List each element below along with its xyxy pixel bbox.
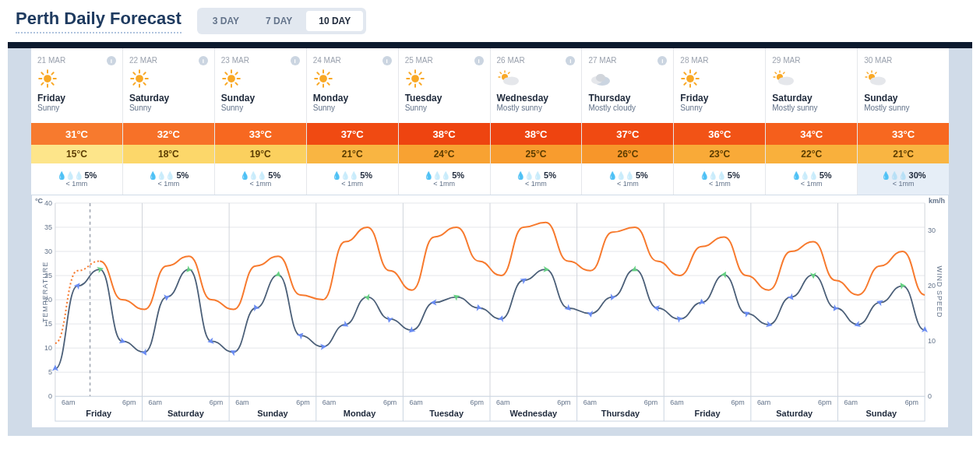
rain-chance: 💧💧💧5%< 1mm [123,163,214,195]
tab-10-day[interactable]: 10 DAY [306,11,363,31]
svg-text:6am: 6am [62,399,75,406]
svg-text:6pm: 6pm [731,399,744,406]
svg-point-36 [411,75,419,83]
sun-cloud-icon [864,68,943,90]
svg-text:20: 20 [928,282,936,290]
svg-line-8 [51,72,53,74]
rain-amount: < 1mm [801,180,823,188]
svg-line-6 [51,83,53,84]
day-column[interactable]: 21 MARiFridaySunny31°C15°C💧💧💧5%< 1mm [31,48,123,195]
svg-text:6am: 6am [844,399,858,406]
day-column[interactable]: 27 MARiThursdayMostly cloudy37°C26°C💧💧💧5… [582,48,674,195]
info-icon[interactable]: i [382,56,392,65]
low-temp: 21°C [858,145,949,163]
svg-text:6pm: 6pm [905,399,918,406]
svg-text:5: 5 [48,368,52,376]
forecast-chart: °C km/h TEMPERATURE WIND SPEED 051015202… [31,195,949,428]
svg-line-41 [409,72,411,74]
svg-line-61 [695,83,696,84]
svg-text:6pm: 6pm [644,399,657,406]
low-temp: 22°C [766,145,857,163]
day-header: 30 MARSundayMostly sunny [858,48,949,123]
page-title: Perth Daily Forecast [16,9,182,33]
svg-line-63 [695,72,696,74]
tab-7-day[interactable]: 7 DAY [253,11,305,31]
svg-text:Friday: Friday [86,409,112,418]
svg-text:6am: 6am [149,399,162,406]
svg-text:Saturday: Saturday [167,409,205,418]
svg-text:6pm: 6pm [296,399,309,406]
svg-line-33 [327,83,329,84]
svg-text:35: 35 [44,223,52,231]
sun-cloud-icon [772,68,851,90]
high-temp: 33°C [215,123,306,145]
raindrop-icon: 💧💧💧 [700,171,725,180]
sun-icon [129,68,208,90]
info-icon[interactable]: i [199,56,208,65]
svg-line-43 [409,83,411,84]
day-condition: Mostly sunny [772,104,851,112]
rain-chance: 💧💧💧30%< 1mm [858,163,949,195]
day-column[interactable]: 29 MARSaturdayMostly sunny34°C22°C💧💧💧5%<… [766,48,858,195]
raindrop-icon: 💧💧💧 [608,171,633,180]
tab-3-day[interactable]: 3 DAY [200,11,252,31]
day-column[interactable]: 24 MARiMondaySunny37°C21°C💧💧💧5%< 1mm [307,48,399,195]
low-temp: 15°C [31,145,122,163]
day-name: Thursday [588,93,667,104]
rain-amount: < 1mm [157,180,179,188]
svg-text:Friday: Friday [695,409,721,418]
low-temp: 21°C [307,145,398,163]
cloud-icon [588,68,667,90]
info-icon[interactable]: i [291,56,300,65]
day-condition: Sunny [680,104,759,112]
rain-amount: < 1mm [709,180,731,188]
high-temp: 37°C [582,123,673,145]
info-icon[interactable]: i [474,56,484,65]
svg-text:6am: 6am [323,399,336,406]
svg-line-74 [867,72,869,74]
day-column[interactable]: 30 MARSundayMostly sunny33°C21°C💧💧💧30%< … [858,48,949,195]
svg-line-26 [235,72,237,74]
day-header: 24 MARiMondaySunny [307,48,398,123]
raindrop-icon: 💧💧💧 [516,171,541,180]
svg-text:6pm: 6pm [210,399,223,406]
info-icon[interactable]: i [107,56,116,65]
day-column[interactable]: 26 MARiWednesdayMostly sunny38°C25°C💧💧💧5… [491,48,583,195]
day-column[interactable]: 25 MARiTuesdaySunny38°C24°C💧💧💧5%< 1mm [399,48,491,195]
day-column[interactable]: 22 MARiSaturdaySunny32°C18°C💧💧💧5%< 1mm [123,48,215,195]
rain-amount: < 1mm [525,180,547,188]
day-date: 25 MAR [405,56,484,65]
svg-text:Monday: Monday [344,409,376,418]
high-temp: 37°C [307,123,398,145]
rain-chance: 💧💧💧5%< 1mm [582,163,673,195]
svg-line-15 [143,83,145,84]
svg-line-34 [317,83,319,84]
day-condition: Mostly cloudy [588,104,667,112]
day-date: 28 MAR [680,56,759,65]
low-temp: 26°C [582,145,673,163]
day-column[interactable]: 28 MARFridaySunny36°C23°C💧💧💧5%< 1mm [674,48,766,195]
svg-line-14 [133,72,135,74]
day-date: 27 MAR [588,56,667,65]
svg-text:10: 10 [44,344,52,352]
svg-text:Wednesday: Wednesday [509,409,558,418]
svg-line-32 [317,72,319,74]
svg-line-23 [225,72,227,74]
rain-chance: 💧💧💧5%< 1mm [674,163,765,195]
svg-point-18 [227,75,235,83]
day-name: Sunday [864,93,943,104]
day-date: 29 MAR [772,56,851,65]
svg-line-7 [41,83,43,84]
high-temp: 38°C [399,123,490,145]
svg-text:6am: 6am [235,399,249,406]
sun-icon [37,68,116,90]
svg-line-68 [784,72,785,74]
rain-amount: < 1mm [341,180,363,188]
svg-text:6am: 6am [670,399,683,406]
range-tabs: 3 DAY7 DAY10 DAY [197,8,366,34]
day-header: 21 MARiFridaySunny [31,48,122,123]
day-column[interactable]: 23 MARiSundaySunny33°C19°C💧💧💧5%< 1mm [215,48,307,195]
svg-text:6am: 6am [409,399,422,406]
rain-amount: < 1mm [433,180,455,188]
raindrop-icon: 💧💧💧 [332,171,358,180]
